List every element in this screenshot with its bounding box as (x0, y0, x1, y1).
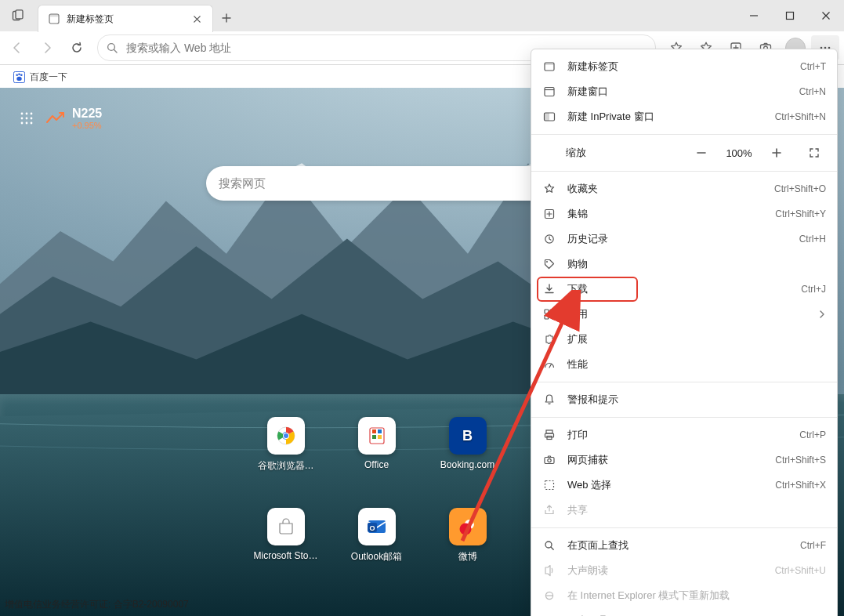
quick-link-tile[interactable]: OOutlook邮箱 (339, 508, 415, 580)
quick-link-tile[interactable]: Microsoft Sto… (248, 508, 324, 580)
chevron-right-icon (818, 310, 826, 318)
tab-actions-button[interactable] (0, 0, 36, 31)
window-minimize-button[interactable] (736, 0, 772, 31)
collections-icon (542, 207, 556, 221)
svg-point-16 (16, 76, 21, 80)
stock-change: +0.95% (72, 121, 102, 130)
menu-history[interactable]: 历史记录 Ctrl+H (531, 226, 837, 252)
tile-label: Microsoft Sto… (253, 550, 317, 561)
share-icon (542, 503, 556, 517)
bookmark-item-baidu[interactable]: 百度一下 (8, 68, 72, 86)
menu-zoom-row: 缩放 100% (531, 140, 837, 166)
menu-web-select-shortcut: Ctrl+Shift+X (775, 480, 826, 491)
app-launcher-button[interactable] (19, 111, 34, 126)
svg-rect-32 (378, 429, 382, 433)
svg-point-15 (20, 74, 23, 76)
footer-license: 增值电信业务经营许可证: 合字B2-20090007 (5, 598, 189, 611)
svg-point-18 (26, 113, 28, 115)
quick-link-tile[interactable]: BBooking.com (430, 417, 505, 489)
tile-icon (267, 508, 305, 545)
window-maximize-button[interactable] (772, 0, 808, 31)
reload-button[interactable] (63, 35, 91, 60)
menu-ie-mode: 在 Internet Explorer 模式下重新加载 (531, 583, 837, 608)
svg-point-13 (16, 74, 18, 76)
quick-link-tile[interactable]: Office (339, 417, 415, 489)
back-button[interactable] (3, 35, 31, 60)
tile-label: Outlook邮箱 (351, 550, 402, 563)
menu-favorites[interactable]: 收藏夹 Ctrl+Shift+O (531, 176, 837, 201)
tile-label: Booking.com (440, 459, 494, 470)
svg-text:O: O (369, 524, 375, 532)
svg-point-21 (26, 118, 28, 120)
titlebar: 新建标签页 (0, 0, 844, 31)
menu-shopping[interactable]: 购物 (531, 252, 837, 277)
menu-favorites-label: 收藏夹 (567, 182, 763, 196)
menu-web-select-label: Web 选择 (567, 478, 764, 492)
menu-new-window[interactable]: 新建窗口 Ctrl+N (531, 79, 837, 104)
new-tab-button[interactable] (213, 5, 240, 31)
window-close-button[interactable] (808, 0, 844, 31)
menu-more-tools[interactable]: 更多工具 (531, 608, 837, 616)
menu-apps-label: 应用 (567, 307, 807, 321)
menu-alerts[interactable]: 警报和提示 (531, 387, 837, 412)
menu-downloads-shortcut: Ctrl+J (801, 284, 826, 295)
zoom-out-button[interactable] (688, 142, 715, 164)
tab-close-button[interactable] (189, 11, 205, 27)
svg-point-25 (31, 122, 33, 125)
menu-performance[interactable]: 性能 (531, 352, 837, 377)
tab-title: 新建标签页 (67, 13, 183, 26)
menu-web-select[interactable]: Web 选择 Ctrl+Shift+X (531, 473, 837, 498)
menu-share: 共享 (531, 498, 837, 523)
svg-rect-50 (550, 310, 554, 313)
svg-rect-31 (372, 429, 376, 433)
menu-print[interactable]: 打印 Ctrl+P (531, 422, 837, 448)
menu-new-inprivate[interactable]: 新建 InPrivate 窗口 Ctrl+Shift+N (531, 104, 837, 129)
svg-rect-53 (545, 433, 554, 437)
svg-point-20 (21, 118, 24, 120)
menu-find[interactable]: 在页面上查找 Ctrl+F (531, 533, 837, 558)
find-icon (542, 538, 556, 553)
menu-favorites-shortcut: Ctrl+Shift+O (774, 183, 826, 194)
menu-read-aloud: 大声朗读 Ctrl+Shift+U (531, 558, 837, 583)
svg-point-48 (546, 261, 548, 263)
select-icon (542, 478, 556, 492)
apps-icon (542, 307, 556, 321)
new-tab-icon (542, 60, 556, 74)
menu-web-capture[interactable]: 网页捕获 Ctrl+Shift+S (531, 448, 837, 473)
menu-separator (531, 382, 837, 382)
menu-new-inprivate-shortcut: Ctrl+Shift+N (775, 111, 826, 122)
tile-icon (267, 417, 305, 455)
svg-point-40 (470, 521, 473, 524)
menu-collections[interactable]: 集锦 Ctrl+Shift+Y (531, 201, 837, 226)
menu-downloads[interactable]: 下载 Ctrl+J (531, 277, 837, 302)
stock-widget[interactable]: N225 +0.95% (45, 107, 102, 130)
tag-icon (542, 257, 556, 271)
menu-read-aloud-shortcut: Ctrl+Shift+U (775, 565, 826, 576)
menu-web-capture-shortcut: Ctrl+Shift+S (775, 455, 826, 466)
menu-extensions[interactable]: 扩展 (531, 327, 837, 352)
tab-active[interactable]: 新建标签页 (38, 5, 213, 32)
puzzle-icon (542, 332, 556, 346)
forward-button[interactable] (33, 35, 61, 60)
menu-history-shortcut: Ctrl+H (799, 234, 826, 245)
capture-icon (542, 453, 556, 467)
menu-print-label: 打印 (567, 428, 788, 442)
tile-label: 微博 (458, 550, 477, 563)
history-icon (542, 232, 556, 246)
menu-read-aloud-label: 大声朗读 (567, 563, 764, 578)
svg-rect-49 (545, 310, 549, 313)
svg-point-19 (31, 113, 33, 115)
fullscreen-button[interactable] (801, 142, 828, 164)
ie-icon (542, 589, 556, 603)
menu-separator (531, 527, 837, 528)
menu-new-window-shortcut: Ctrl+N (799, 86, 826, 97)
menu-apps[interactable]: 应用 (531, 302, 837, 327)
quick-link-tile[interactable]: 谷歌浏览器… (248, 417, 324, 489)
svg-rect-43 (545, 88, 554, 96)
quick-link-tile[interactable]: 微博 (430, 508, 505, 580)
menu-print-shortcut: Ctrl+P (799, 429, 826, 440)
ntp-search-placeholder: 搜索网页 (219, 176, 266, 191)
menu-new-tab[interactable]: 新建标签页 Ctrl+T (531, 54, 837, 79)
search-icon (106, 42, 118, 54)
zoom-in-button[interactable] (763, 142, 790, 164)
